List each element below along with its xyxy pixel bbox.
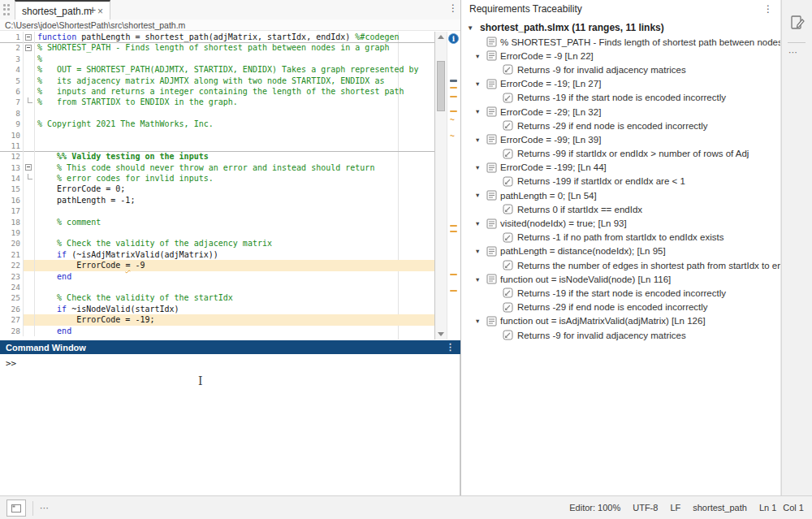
collapse-triangle-icon[interactable]: ▾ bbox=[476, 192, 483, 199]
collapse-triangle-icon[interactable]: ▾ bbox=[476, 318, 483, 325]
code-text[interactable]: if ~isNodeValid(startIdx) bbox=[35, 304, 434, 314]
req-link-row[interactable]: Returns -99 if startIdx or endIdx > numb… bbox=[461, 147, 781, 161]
code-text[interactable]: end bbox=[35, 326, 434, 336]
code-text[interactable]: pathLength = -1; bbox=[35, 195, 434, 205]
fold-gutter[interactable] bbox=[24, 173, 35, 184]
code-line[interactable]: 18 % comment bbox=[0, 217, 434, 227]
req-range-row[interactable]: ▾ErrorCode = -99; [Ln 39] bbox=[461, 132, 781, 146]
status-line-ending[interactable]: LF bbox=[670, 503, 680, 513]
document-bar-grip-icon[interactable] bbox=[3, 4, 11, 15]
collapse-triangle-icon[interactable]: ▾ bbox=[469, 24, 476, 32]
command-window-kebab-icon[interactable]: ⋮ bbox=[446, 342, 455, 352]
warning-marker-icon[interactable] bbox=[450, 290, 457, 292]
warning-marker-icon[interactable] bbox=[450, 225, 457, 227]
code-line[interactable]: 4% OUT = SHORTEST_PATH(ADJMTX, STARTIDX,… bbox=[0, 64, 434, 75]
collapse-triangle-icon[interactable]: ▾ bbox=[476, 80, 483, 88]
req-link-row[interactable]: Returns -29 if end node is encoded incor… bbox=[461, 119, 781, 132]
code-text[interactable]: ErrorCode = 0; bbox=[35, 184, 434, 194]
code-line[interactable]: 3% bbox=[0, 54, 434, 64]
req-range-row[interactable]: ▾ErrorCode = -29; [Ln 32] bbox=[461, 105, 781, 119]
code-text[interactable]: end bbox=[35, 271, 434, 282]
scrollbar-thumb[interactable] bbox=[437, 61, 445, 111]
req-range-row[interactable]: ▾ErrorCode = -199; [Ln 44] bbox=[461, 161, 781, 175]
code-line[interactable]: 25 % Check the validity of the startIdx bbox=[0, 292, 434, 303]
code-line[interactable]: 8 bbox=[0, 108, 434, 119]
collapse-triangle-icon[interactable]: ▾ bbox=[476, 220, 483, 227]
code-text[interactable] bbox=[35, 227, 434, 238]
code-line[interactable]: 11 bbox=[0, 141, 434, 151]
collapse-triangle-icon[interactable]: ▾ bbox=[476, 136, 483, 144]
code-line[interactable]: 20 % Check the validity of the adjacency… bbox=[0, 238, 434, 249]
code-line[interactable]: 21 if (~isAdjMatrixValid(adjMatrix)) bbox=[0, 249, 434, 260]
code-line[interactable]: 13 % This code should never throw an err… bbox=[0, 162, 434, 173]
status-encoding[interactable]: UTF-8 bbox=[633, 503, 658, 513]
code-text[interactable]: % its adjacency matrix ADJMTX along with… bbox=[35, 76, 434, 86]
status-editor-zoom[interactable]: Editor: 100% bbox=[569, 503, 620, 513]
collapse-triangle-icon[interactable]: ▾ bbox=[476, 248, 483, 255]
fold-gutter[interactable] bbox=[24, 97, 35, 107]
new-tab-button[interactable]: + bbox=[84, 2, 101, 17]
req-range-row[interactable]: ▾visited(nodeIdx) = true; [Ln 93] bbox=[461, 216, 781, 230]
code-text[interactable]: % Check the validity of the startIdx bbox=[35, 292, 434, 303]
code-text[interactable]: % bbox=[35, 54, 434, 64]
code-line[interactable]: 23 end bbox=[0, 271, 434, 282]
code-text[interactable]: % SHORTEST_PATH - Finds length of shorte… bbox=[35, 42, 434, 53]
warning-marker-icon[interactable]: ~ bbox=[450, 135, 457, 138]
warning-marker-icon[interactable]: ~ bbox=[450, 119, 457, 122]
editor-menu-kebab-icon[interactable]: ⋮ bbox=[447, 2, 460, 17]
code-area[interactable]: 1function pathLength = shortest_path(adj… bbox=[0, 32, 435, 340]
code-line[interactable]: 5% its adjacency matrix ADJMTX along wit… bbox=[0, 76, 434, 86]
command-prompt[interactable]: >> bbox=[6, 358, 16, 369]
code-line[interactable]: 12 %% Validy testing on the inputs bbox=[0, 151, 434, 162]
req-range-row[interactable]: ▾pathLength = distance(nodeIdx); [Ln 95] bbox=[461, 244, 781, 258]
code-text[interactable] bbox=[35, 205, 434, 216]
code-text[interactable]: % error codes for invlid inputs. bbox=[35, 173, 434, 184]
req-link-row[interactable]: Returns -9 for invalid adjacency matrice… bbox=[461, 63, 781, 76]
panel-layout-button[interactable] bbox=[6, 500, 26, 517]
req-link-row[interactable]: Returns the number of edges in shortest … bbox=[461, 258, 781, 272]
warning-marker-icon[interactable] bbox=[450, 110, 457, 112]
toolstrip-more-icon[interactable]: ⋯ bbox=[788, 47, 798, 58]
status-more-icon[interactable]: ⋯ bbox=[40, 503, 50, 513]
code-line[interactable]: 22 ErrorCode = -9 bbox=[0, 260, 434, 270]
code-editor[interactable]: 1function pathLength = shortest_path(adj… bbox=[0, 32, 460, 340]
code-line[interactable]: 6% inputs and returns a integer containi… bbox=[0, 86, 434, 97]
req-range-row[interactable]: ▾% SHORTEST_PATH - Finds length of short… bbox=[461, 35, 781, 49]
warning-marker-icon[interactable] bbox=[450, 87, 457, 89]
code-text[interactable]: % from STARTIDX to ENDIDX in the graph. bbox=[35, 97, 434, 107]
code-line[interactable]: 17 bbox=[0, 205, 434, 216]
req-link-row[interactable]: Returns -1 if no path from startIdx to e… bbox=[461, 231, 781, 244]
collapse-triangle-icon[interactable]: ▾ bbox=[476, 164, 483, 171]
code-line[interactable]: 28 end bbox=[0, 326, 434, 336]
code-text[interactable]: % Check the validity of the adjacency ma… bbox=[35, 238, 434, 249]
warning-marker-icon[interactable] bbox=[450, 274, 457, 275]
code-text[interactable]: % inputs and returns a integer containin… bbox=[35, 86, 434, 97]
warning-marker-icon[interactable] bbox=[450, 231, 457, 232]
code-text[interactable]: %% Validy testing on the inputs bbox=[35, 151, 434, 162]
code-text[interactable]: % comment bbox=[35, 217, 434, 227]
status-function-name[interactable]: shortest_path bbox=[693, 503, 747, 513]
editor-vertical-scrollbar[interactable] bbox=[435, 32, 447, 340]
code-line[interactable]: 27 ErrorCode = -19; bbox=[0, 314, 434, 325]
req-root-row[interactable]: ▾shortest_path.slmx (11 ranges, 11 links… bbox=[461, 20, 781, 35]
code-line[interactable]: 26 if ~isNodeValid(startIdx) bbox=[0, 304, 434, 314]
req-link-row[interactable]: Returns 0 if startIdx == endIdx bbox=[461, 202, 781, 216]
req-link-row[interactable]: Returns -29 if end node is encoded incor… bbox=[461, 301, 781, 314]
code-text[interactable]: % OUT = SHORTEST_PATH(ADJMTX, STARTIDX, … bbox=[35, 64, 434, 75]
code-text[interactable] bbox=[35, 130, 434, 141]
scroll-position-marker[interactable] bbox=[450, 80, 457, 82]
code-line[interactable]: 16 pathLength = -1; bbox=[0, 195, 434, 205]
code-text[interactable]: ErrorCode = -19; bbox=[35, 314, 434, 325]
code-text[interactable] bbox=[35, 282, 434, 292]
scroll-down-arrow-icon[interactable] bbox=[438, 332, 444, 336]
code-info-icon[interactable]: i bbox=[448, 33, 459, 44]
code-text[interactable]: % This code should never throw an error … bbox=[35, 162, 434, 173]
command-window-header[interactable]: Command Window ⋮ bbox=[0, 340, 460, 354]
code-line[interactable]: 2% SHORTEST_PATH - Finds length of short… bbox=[0, 42, 434, 53]
code-line[interactable]: 9% Copyright 2021 The MathWorks, Inc. bbox=[0, 119, 434, 129]
code-text[interactable]: function pathLength = shortest_path(adjM… bbox=[35, 32, 434, 42]
fold-collapse-icon[interactable] bbox=[25, 34, 32, 41]
code-text[interactable] bbox=[35, 108, 434, 119]
fold-gutter[interactable] bbox=[24, 162, 35, 173]
command-window-body[interactable]: >> bbox=[0, 354, 460, 495]
